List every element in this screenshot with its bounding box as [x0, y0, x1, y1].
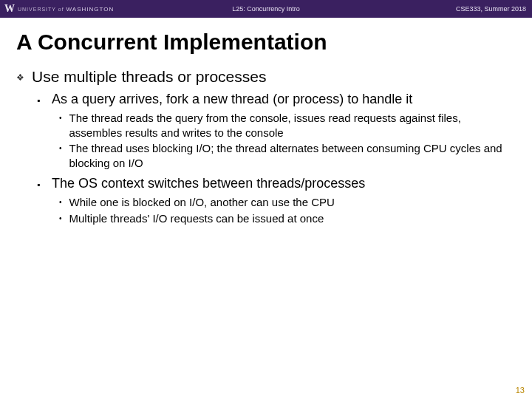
bullet-level2: ▪ The OS context switches between thread…: [37, 176, 516, 194]
bullet-level3: • Multiple threads' I/O requests can be …: [59, 211, 516, 226]
square-bullet-icon: ▪: [37, 176, 44, 194]
l3-text: The thread uses blocking I/O; the thread…: [69, 141, 516, 170]
uw-logo: W UNIVERSITY of WASHINGTON: [0, 3, 114, 15]
logo-text: UNIVERSITY of WASHINGTON: [18, 6, 114, 13]
bullet-level2: ▪ As a query arrives, fork a new thread …: [37, 92, 516, 109]
page-number: 13: [516, 386, 525, 395]
l1-text: Use multiple threads or processes: [32, 68, 266, 86]
bullet-level3: • While one is blocked on I/O, another c…: [59, 195, 516, 210]
lecture-label: L25: Concurrency Intro: [232, 5, 300, 13]
logo-text-main: WASHINGTON: [66, 6, 115, 13]
l3-text: The thread reads the query from the cons…: [69, 111, 516, 140]
dot-bullet-icon: •: [59, 211, 62, 226]
slide-header: W UNIVERSITY of WASHINGTON L25: Concurre…: [0, 0, 532, 18]
logo-w-icon: W: [4, 3, 15, 15]
slide-title: A Concurrent Implementation: [0, 18, 532, 62]
dot-bullet-icon: •: [59, 195, 62, 210]
slide-content: ❖ Use multiple threads or processes ▪ As…: [0, 68, 532, 226]
l2-text: The OS context switches between threads/…: [52, 176, 365, 191]
bullet-level1: ❖ Use multiple threads or processes: [16, 68, 516, 87]
bullet-level3: • The thread uses blocking I/O; the thre…: [59, 141, 516, 170]
square-bullet-icon: ▪: [37, 92, 44, 109]
diamond-bullet-icon: ❖: [16, 68, 24, 87]
l2-text: As a query arrives, fork a new thread (o…: [52, 92, 412, 107]
bullet-level3: • The thread reads the query from the co…: [59, 111, 516, 140]
logo-text-small: UNIVERSITY of: [18, 7, 66, 12]
l3-text: Multiple threads' I/O requests can be is…: [69, 211, 324, 226]
dot-bullet-icon: •: [59, 111, 62, 126]
dot-bullet-icon: •: [59, 141, 62, 156]
l3-text: While one is blocked on I/O, another can…: [69, 195, 335, 210]
course-term: CSE333, Summer 2018: [456, 5, 526, 13]
